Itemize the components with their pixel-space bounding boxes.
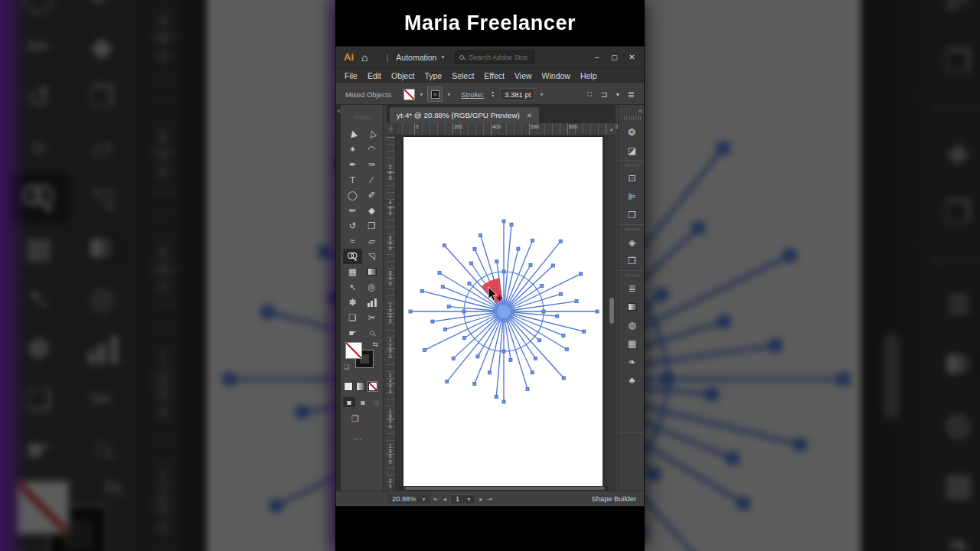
- selection-tool[interactable]: ▶: [343, 126, 362, 142]
- stroke-color-swatch[interactable]: [427, 86, 443, 102]
- workspace-switcher[interactable]: Automation ▾: [396, 53, 444, 62]
- anchor-point[interactable]: [473, 383, 476, 386]
- none-button[interactable]: [368, 382, 377, 391]
- hand-tool[interactable]: ☛: [343, 325, 362, 341]
- blend-tool[interactable]: ◎: [70, 273, 133, 324]
- line-segment-tool[interactable]: ∕: [362, 172, 381, 187]
- paintbrush-tool[interactable]: ✐: [70, 0, 133, 21]
- color-button[interactable]: [344, 382, 353, 391]
- pen-tool[interactable]: ✒: [343, 157, 362, 172]
- anchor-point[interactable]: [795, 440, 805, 450]
- eyedropper-tool[interactable]: ➴: [343, 279, 362, 295]
- anchor-point[interactable]: [462, 310, 466, 313]
- maximize-button[interactable]: ▢: [607, 51, 622, 64]
- anchor-point[interactable]: [556, 315, 559, 318]
- type-tool[interactable]: T: [343, 172, 362, 187]
- zoom-tool[interactable]: [70, 425, 133, 475]
- free-transform-tool[interactable]: ▱: [70, 122, 133, 173]
- adobe-stock-search[interactable]: [455, 51, 534, 64]
- eraser-tool[interactable]: ◆: [362, 203, 381, 218]
- rotate-tool[interactable]: ↺: [8, 72, 70, 122]
- ellipse-tool[interactable]: ◯: [343, 187, 362, 203]
- layers-panel[interactable]: ◈: [619, 233, 645, 252]
- anchor-point[interactable]: [509, 358, 512, 361]
- anchor-point[interactable]: [657, 289, 667, 299]
- ruler-origin-corner[interactable]: ┼: [387, 123, 396, 135]
- fill-swatch-none[interactable]: [15, 480, 70, 535]
- anchor-point[interactable]: [517, 247, 520, 250]
- fill-chevron-icon[interactable]: ▾: [420, 91, 423, 98]
- column-graph-tool[interactable]: [362, 295, 381, 310]
- anchor-point[interactable]: [263, 307, 273, 317]
- rotate-tool[interactable]: ↺: [343, 218, 362, 233]
- vertical-scrollbar[interactable]: [879, 0, 904, 551]
- close-button[interactable]: ✕: [625, 51, 639, 64]
- vscroll-thumb[interactable]: [609, 298, 614, 324]
- artboards-panel[interactable]: ❐: [619, 252, 645, 270]
- anchor-point[interactable]: [502, 350, 505, 353]
- artboard-number-field[interactable]: 1 ▾: [450, 494, 475, 504]
- stroke-value-chevron-icon[interactable]: ▾: [540, 91, 543, 98]
- hand-tool[interactable]: ☛: [8, 425, 70, 475]
- anchor-point[interactable]: [538, 339, 541, 342]
- graphic-styles-panel[interactable]: ▦: [619, 334, 645, 353]
- curvature-tool[interactable]: ✑: [362, 157, 381, 172]
- anchor-point[interactable]: [565, 347, 568, 350]
- perspective-grid-tool[interactable]: ◹: [70, 173, 133, 223]
- menu-type[interactable]: Type: [424, 71, 442, 80]
- perspective-grid-tool[interactable]: ◹: [362, 249, 381, 264]
- draw-behind-icon[interactable]: ◙: [357, 397, 369, 407]
- column-graph-tool[interactable]: [70, 324, 133, 374]
- anchor-point[interactable]: [470, 262, 473, 265]
- anchor-point[interactable]: [785, 250, 795, 260]
- gradient-panel[interactable]: [913, 334, 980, 394]
- next-artboard-icon[interactable]: ▸: [479, 495, 482, 503]
- anchor-point[interactable]: [719, 317, 729, 327]
- align-panel[interactable]: ⊫: [913, 0, 980, 31]
- eraser-tool[interactable]: ◆: [70, 21, 133, 72]
- anchor-point[interactable]: [438, 272, 441, 275]
- anchor-point[interactable]: [441, 285, 444, 289]
- paintbrush-tool[interactable]: ✐: [362, 187, 381, 203]
- anchor-point[interactable]: [479, 234, 482, 237]
- brushes-panel[interactable]: ❧: [619, 353, 645, 371]
- screen-mode-icon[interactable]: ❐: [351, 414, 359, 424]
- graphic-styles-panel[interactable]: ▦: [913, 455, 980, 515]
- menu-help[interactable]: Help: [580, 71, 597, 80]
- color-guide-panel[interactable]: ◪: [619, 142, 645, 160]
- anchor-point[interactable]: [662, 374, 672, 384]
- eyedropper-tool[interactable]: ➴: [8, 273, 70, 324]
- artboard[interactable]: [403, 137, 603, 486]
- width-tool[interactable]: ≈: [343, 233, 362, 249]
- anchor-point[interactable]: [452, 357, 455, 360]
- anchor-point[interactable]: [562, 377, 565, 380]
- stroke-weight-label[interactable]: Stroke:: [461, 90, 484, 99]
- anchor-point[interactable]: [447, 305, 450, 308]
- anchor-point[interactable]: [443, 244, 446, 247]
- tab-close-icon[interactable]: ✕: [527, 112, 532, 119]
- anchor-point[interactable]: [320, 247, 330, 257]
- scale-tool[interactable]: ❐: [362, 218, 381, 233]
- scale-tool[interactable]: ❐: [70, 72, 133, 122]
- transparency-panel[interactable]: ◍: [913, 394, 980, 455]
- gradient-tool[interactable]: [362, 264, 381, 279]
- direct-selection-tool[interactable]: ▷: [362, 126, 381, 142]
- gradient-tool[interactable]: [70, 223, 133, 273]
- anchor-point[interactable]: [529, 263, 532, 266]
- home-icon[interactable]: ⌂: [361, 51, 368, 64]
- gradient-panel[interactable]: [619, 298, 645, 316]
- mesh-tool[interactable]: ▦: [343, 264, 362, 279]
- collapse-tools-icon[interactable]: «: [337, 107, 341, 115]
- free-transform-tool[interactable]: ▱: [362, 233, 381, 249]
- lasso-tool[interactable]: ◠: [362, 142, 381, 157]
- artboard-tool[interactable]: ❏: [8, 374, 70, 425]
- control-panel-menu-icon[interactable]: ≣: [628, 90, 635, 99]
- anchor-point[interactable]: [495, 260, 498, 263]
- anchor-point[interactable]: [583, 330, 586, 333]
- default-swatches-icon[interactable]: ❏: [344, 364, 349, 370]
- swap-fill-stroke-icon[interactable]: ⇆: [104, 474, 123, 500]
- draw-inside-icon[interactable]: ◎: [371, 397, 383, 407]
- stroke-panel[interactable]: ≣: [913, 273, 980, 334]
- anchor-point[interactable]: [446, 380, 449, 383]
- anchor-point[interactable]: [443, 328, 446, 331]
